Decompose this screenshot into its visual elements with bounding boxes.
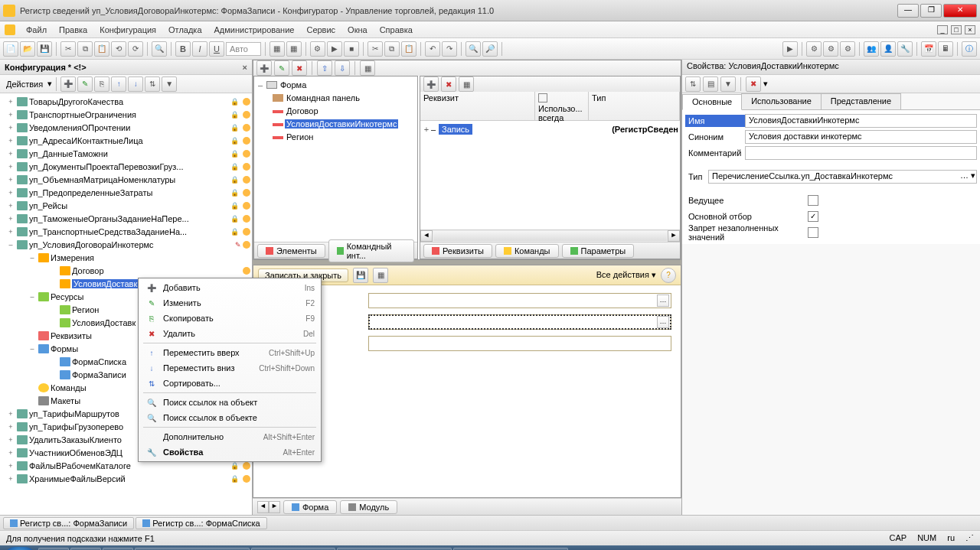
context-menu[interactable]: ➕ДобавитьIns✎ИзменитьF2⎘СкопироватьF9✖Уд…: [138, 278, 322, 462]
tb-r3[interactable]: ⚙: [823, 41, 838, 57]
ft-del[interactable]: ✖: [292, 60, 307, 76]
tree-item[interactable]: +УведомленияОПрочтении🔒: [0, 121, 252, 134]
pv-1[interactable]: 💾: [353, 268, 368, 283]
ft-add[interactable]: ➕: [256, 60, 272, 76]
tb-12[interactable]: ■: [344, 41, 359, 57]
ctx-item[interactable]: ✖УдалитьDel: [140, 326, 319, 341]
prop-name-input[interactable]: УсловияДоставкиИнкотермс: [745, 114, 977, 128]
rq-x[interactable]: ▦: [459, 76, 474, 92]
tree-item[interactable]: +ТоварыДругогоКачества🔒: [0, 95, 252, 108]
tb-16[interactable]: ↶: [425, 41, 440, 57]
cfg-up[interactable]: ↑: [111, 76, 126, 92]
maximize-button[interactable]: ❐: [920, 4, 942, 18]
ctx-item[interactable]: ➕ДобавитьIns: [140, 280, 319, 295]
all-actions[interactable]: Все действия ▾: [596, 270, 656, 280]
pv-input-3[interactable]: [368, 336, 671, 351]
tab-module[interactable]: Модуль: [340, 500, 397, 514]
tb-r6[interactable]: 👤: [880, 41, 896, 57]
tb-save[interactable]: 💾: [37, 41, 52, 57]
tb-bold[interactable]: B: [175, 41, 191, 57]
ctx-item[interactable]: ↓Переместить внизCtrl+Shift+Down: [140, 360, 319, 376]
tree-item[interactable]: +уп_ОбъемнаяМатрицаНоменклатуры🔒: [0, 173, 252, 186]
close-button[interactable]: ✕: [943, 4, 977, 18]
prop-type-input[interactable]: ПеречислениеСсылка.уп_ДоставкаИнкотермс……: [708, 170, 977, 184]
cfg-filter[interactable]: ▼: [162, 76, 177, 92]
menu-config[interactable]: Конфигурация: [93, 24, 162, 36]
pv-input-incoterms[interactable]: …: [368, 314, 671, 330]
ft-up[interactable]: ⇧: [317, 60, 332, 76]
lookup-icon[interactable]: …: [657, 295, 669, 307]
tb-r1[interactable]: ▶: [782, 41, 798, 57]
tree-item[interactable]: –уп_УсловияДоговораИнкотермс✎: [0, 238, 252, 251]
tree-item[interactable]: +уп_Рейсы🔒: [0, 199, 252, 212]
config-actions[interactable]: Действия: [3, 80, 46, 89]
mdi-min[interactable]: _: [937, 25, 948, 34]
tb-18[interactable]: 🔍: [466, 41, 481, 57]
form-item[interactable]: Командная панель: [256, 91, 416, 104]
menu-windows[interactable]: Окна: [341, 24, 374, 36]
req-row[interactable]: +– Запись (РегистрСведен: [422, 122, 678, 135]
ctx-item[interactable]: 🔧СвойстваAlt+Enter: [140, 444, 319, 460]
tab-elements[interactable]: Элементы: [257, 244, 325, 258]
cfg-sort[interactable]: ⇅: [145, 76, 160, 92]
cfg-3[interactable]: ⎘: [94, 76, 109, 92]
pt-2[interactable]: ▤: [703, 76, 718, 92]
tb-8[interactable]: ▦: [270, 41, 285, 57]
tb-r5[interactable]: 👥: [864, 41, 879, 57]
tree-item[interactable]: +ХранимыеФайлыВерсий🔒: [0, 472, 252, 485]
menu-service[interactable]: Сервис: [300, 24, 341, 36]
form-item[interactable]: Регион: [256, 130, 416, 143]
form-item[interactable]: Договор: [256, 104, 416, 117]
ctx-item[interactable]: ⎘СкопироватьF9: [140, 311, 319, 326]
tb-cut[interactable]: ✂: [60, 41, 76, 57]
tb-19[interactable]: 🔎: [482, 41, 498, 57]
tree-item[interactable]: +ТранспортныеОграничения🔒: [0, 108, 252, 121]
tb-5[interactable]: ⟲: [111, 41, 126, 57]
ctx-item[interactable]: ✎ИзменитьF2: [140, 295, 319, 311]
menu-help[interactable]: Справка: [374, 24, 419, 36]
dock-tab-1[interactable]: Регистр св...: ФормаЗаписи: [3, 517, 134, 529]
form-root[interactable]: Форма: [279, 80, 308, 89]
pv-2[interactable]: ▦: [373, 268, 388, 283]
mdi-close[interactable]: ×: [965, 25, 975, 34]
help-icon[interactable]: ?: [661, 268, 676, 283]
tab-form[interactable]: Форма: [283, 500, 337, 514]
tb-r2[interactable]: ⚙: [806, 41, 822, 57]
pt-del[interactable]: ✖: [746, 76, 761, 92]
menu-edit[interactable]: Правка: [53, 24, 93, 36]
tb-zoom[interactable]: Авто: [226, 42, 261, 56]
prop-filter-check[interactable]: ✓: [808, 211, 818, 222]
tb-under[interactable]: U: [209, 41, 224, 57]
tab-par[interactable]: Параметры: [562, 244, 635, 258]
tb-copy[interactable]: ⧉: [77, 41, 93, 57]
tb-14[interactable]: ⧉: [384, 41, 400, 57]
tab-cmd[interactable]: Команды: [495, 244, 559, 258]
ctx-item[interactable]: ДополнительноAlt+Shift+Enter: [140, 429, 319, 444]
tree-item[interactable]: +уп_ПредопределенныеЗатраты🔒: [0, 186, 252, 199]
minimize-button[interactable]: —: [897, 4, 919, 18]
ctx-item[interactable]: 🔍Поиск ссылок в объекте: [140, 410, 319, 425]
tree-item[interactable]: +уп_ДанныеТаможни🔒: [0, 147, 252, 160]
tb-6[interactable]: ⟳: [128, 41, 143, 57]
tb-r9[interactable]: 🖩: [938, 41, 953, 57]
ptab-pres[interactable]: Представление: [821, 93, 901, 109]
tb-r7[interactable]: 🔧: [897, 41, 913, 57]
tb-15[interactable]: 📋: [401, 41, 416, 57]
tree-item[interactable]: –Измерения: [0, 251, 252, 264]
tb-italic[interactable]: I: [192, 41, 207, 57]
prop-com-input[interactable]: [745, 146, 977, 160]
rq-del[interactable]: ✖: [441, 76, 456, 92]
tb-10[interactable]: ⚙: [310, 41, 325, 57]
menu-debug[interactable]: Отладка: [162, 24, 207, 36]
tree-item[interactable]: +уп_ДокументыПроектаПеревозкиГруз...🔒: [0, 160, 252, 173]
form-item[interactable]: УсловияДоставкиИнкотермс: [256, 117, 416, 130]
col-use[interactable]: Использо... всегда: [535, 92, 589, 120]
tb-open[interactable]: 📂: [20, 41, 35, 57]
start-button[interactable]: [3, 547, 37, 550]
tb-7[interactable]: 🔍: [152, 41, 167, 57]
tb-11[interactable]: ▶: [327, 41, 342, 57]
tb-new[interactable]: 📄: [3, 41, 18, 57]
tab-cmdint[interactable]: Командный инт...: [328, 239, 414, 262]
tab-req[interactable]: Реквизиты: [423, 244, 492, 258]
prop-syn-input[interactable]: Условия доставки инкотермс: [745, 130, 977, 144]
